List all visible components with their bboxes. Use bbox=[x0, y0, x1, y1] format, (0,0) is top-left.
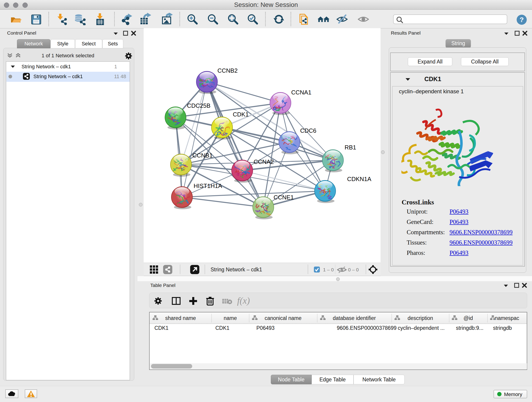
svg-text:CDC25B: CDC25B bbox=[187, 102, 210, 109]
svg-text:CDKN1A: CDKN1A bbox=[347, 176, 371, 182]
svg-text:CCNE1: CCNE1 bbox=[273, 194, 294, 201]
svg-text:HIST1H1A: HIST1H1A bbox=[194, 182, 222, 189]
svg-text:CCNB1: CCNB1 bbox=[192, 152, 213, 159]
svg-text:CCNA1: CCNA1 bbox=[291, 89, 311, 96]
svg-text:CCNA2: CCNA2 bbox=[254, 158, 274, 165]
svg-text:CDK1: CDK1 bbox=[233, 111, 249, 118]
svg-text:CCNB2: CCNB2 bbox=[217, 67, 238, 74]
svg-text:RB1: RB1 bbox=[345, 144, 356, 151]
svg-text:?: ? bbox=[520, 16, 524, 23]
svg-text:CDC6: CDC6 bbox=[300, 127, 317, 134]
